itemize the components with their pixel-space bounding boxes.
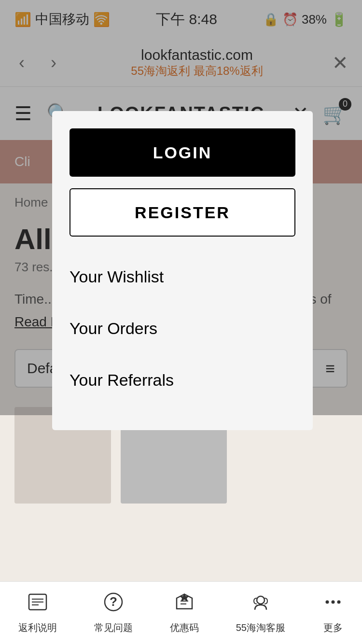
menu-item-wishlist[interactable]: Your Wishlist [70, 251, 295, 303]
menu-item-orders[interactable]: Your Orders [70, 303, 295, 354]
faq-label: 常见问题 [94, 621, 133, 634]
wishlist-label: Your Wishlist [70, 267, 164, 286]
bottom-bar: 返利说明 ? 常见问题 优惠码 [0, 581, 362, 644]
svg-point-11 [331, 601, 334, 604]
fanli-label: 返利说明 [18, 621, 57, 634]
coupon-label: 优惠码 [170, 621, 199, 634]
referrals-label: Your Referrals [70, 371, 174, 389]
svg-point-12 [337, 601, 340, 604]
bottom-item-more[interactable]: 更多 [322, 591, 344, 634]
svg-text:?: ? [110, 594, 117, 609]
coupon-icon [174, 591, 195, 617]
fanli-icon [27, 591, 48, 617]
more-label: 更多 [323, 621, 343, 634]
menu-item-referrals[interactable]: Your Referrals [70, 354, 295, 406]
bottom-item-fanli[interactable]: 返利说明 [18, 591, 57, 634]
support-icon [250, 591, 271, 617]
bottom-item-faq[interactable]: ? 常见问题 [94, 591, 133, 634]
bottom-item-coupon[interactable]: 优惠码 [170, 591, 199, 634]
faq-icon: ? [103, 591, 124, 617]
svg-point-9 [257, 596, 265, 604]
more-icon [322, 591, 344, 617]
orders-label: Your Orders [70, 319, 157, 337]
bottom-item-support[interactable]: 55海淘客服 [236, 591, 285, 634]
support-label: 55海淘客服 [236, 621, 285, 634]
login-button[interactable]: LOGIN [70, 128, 295, 177]
svg-point-10 [325, 601, 329, 604]
svg-marker-8 [180, 593, 189, 602]
modal-panel: LOGIN REGISTER Your Wishlist Your Orders… [52, 111, 313, 430]
register-button[interactable]: REGISTER [70, 188, 295, 237]
